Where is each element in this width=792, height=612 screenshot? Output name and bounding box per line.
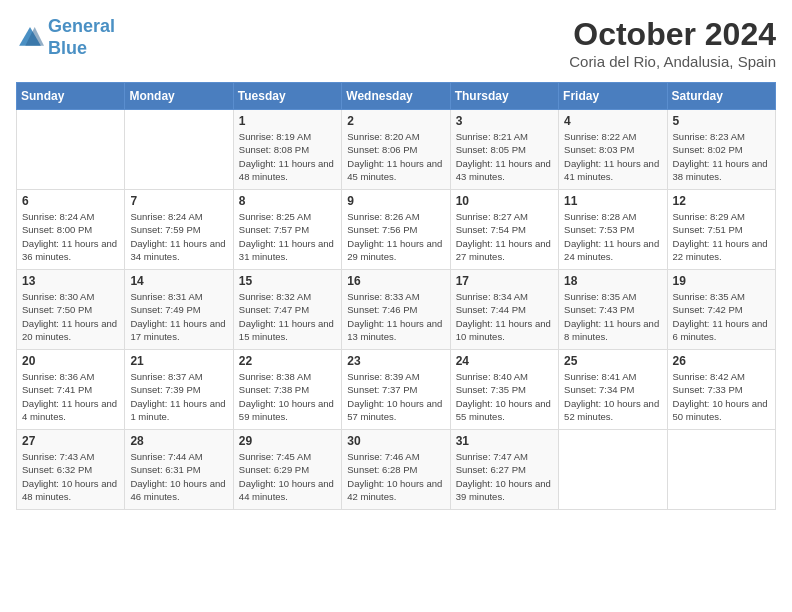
calendar-cell: 20Sunrise: 8:36 AM Sunset: 7:41 PM Dayli…	[17, 350, 125, 430]
day-number: 6	[22, 194, 119, 208]
day-number: 14	[130, 274, 227, 288]
logo-icon	[16, 24, 44, 52]
day-detail: Sunrise: 8:23 AM Sunset: 8:02 PM Dayligh…	[673, 130, 770, 183]
day-detail: Sunrise: 8:21 AM Sunset: 8:05 PM Dayligh…	[456, 130, 553, 183]
day-number: 27	[22, 434, 119, 448]
day-number: 18	[564, 274, 661, 288]
calendar-cell: 22Sunrise: 8:38 AM Sunset: 7:38 PM Dayli…	[233, 350, 341, 430]
title-block: October 2024 Coria del Rio, Andalusia, S…	[569, 16, 776, 70]
day-number: 4	[564, 114, 661, 128]
day-detail: Sunrise: 8:26 AM Sunset: 7:56 PM Dayligh…	[347, 210, 444, 263]
day-number: 26	[673, 354, 770, 368]
logo: General Blue	[16, 16, 115, 59]
calendar-cell: 1Sunrise: 8:19 AM Sunset: 8:08 PM Daylig…	[233, 110, 341, 190]
day-number: 9	[347, 194, 444, 208]
calendar-cell: 17Sunrise: 8:34 AM Sunset: 7:44 PM Dayli…	[450, 270, 558, 350]
calendar-cell: 9Sunrise: 8:26 AM Sunset: 7:56 PM Daylig…	[342, 190, 450, 270]
location-subtitle: Coria del Rio, Andalusia, Spain	[569, 53, 776, 70]
day-detail: Sunrise: 8:30 AM Sunset: 7:50 PM Dayligh…	[22, 290, 119, 343]
day-number: 7	[130, 194, 227, 208]
calendar-cell: 10Sunrise: 8:27 AM Sunset: 7:54 PM Dayli…	[450, 190, 558, 270]
day-number: 28	[130, 434, 227, 448]
calendar-cell	[559, 430, 667, 510]
day-detail: Sunrise: 8:22 AM Sunset: 8:03 PM Dayligh…	[564, 130, 661, 183]
day-number: 15	[239, 274, 336, 288]
day-number: 10	[456, 194, 553, 208]
calendar-cell: 23Sunrise: 8:39 AM Sunset: 7:37 PM Dayli…	[342, 350, 450, 430]
calendar-cell: 18Sunrise: 8:35 AM Sunset: 7:43 PM Dayli…	[559, 270, 667, 350]
day-detail: Sunrise: 8:35 AM Sunset: 7:43 PM Dayligh…	[564, 290, 661, 343]
day-number: 22	[239, 354, 336, 368]
header-wednesday: Wednesday	[342, 83, 450, 110]
calendar-cell: 29Sunrise: 7:45 AM Sunset: 6:29 PM Dayli…	[233, 430, 341, 510]
page-header: General Blue October 2024 Coria del Rio,…	[16, 16, 776, 70]
day-number: 23	[347, 354, 444, 368]
calendar-week-row: 6Sunrise: 8:24 AM Sunset: 8:00 PM Daylig…	[17, 190, 776, 270]
calendar-cell: 4Sunrise: 8:22 AM Sunset: 8:03 PM Daylig…	[559, 110, 667, 190]
calendar-cell: 8Sunrise: 8:25 AM Sunset: 7:57 PM Daylig…	[233, 190, 341, 270]
day-number: 13	[22, 274, 119, 288]
day-detail: Sunrise: 8:27 AM Sunset: 7:54 PM Dayligh…	[456, 210, 553, 263]
day-detail: Sunrise: 8:36 AM Sunset: 7:41 PM Dayligh…	[22, 370, 119, 423]
day-number: 24	[456, 354, 553, 368]
calendar-week-row: 1Sunrise: 8:19 AM Sunset: 8:08 PM Daylig…	[17, 110, 776, 190]
header-saturday: Saturday	[667, 83, 775, 110]
day-detail: Sunrise: 8:39 AM Sunset: 7:37 PM Dayligh…	[347, 370, 444, 423]
day-number: 19	[673, 274, 770, 288]
day-detail: Sunrise: 8:19 AM Sunset: 8:08 PM Dayligh…	[239, 130, 336, 183]
day-number: 17	[456, 274, 553, 288]
day-number: 12	[673, 194, 770, 208]
logo-line2: Blue	[48, 38, 115, 60]
day-number: 1	[239, 114, 336, 128]
calendar-cell: 11Sunrise: 8:28 AM Sunset: 7:53 PM Dayli…	[559, 190, 667, 270]
day-number: 2	[347, 114, 444, 128]
calendar-week-row: 20Sunrise: 8:36 AM Sunset: 7:41 PM Dayli…	[17, 350, 776, 430]
day-number: 20	[22, 354, 119, 368]
day-detail: Sunrise: 8:29 AM Sunset: 7:51 PM Dayligh…	[673, 210, 770, 263]
day-number: 5	[673, 114, 770, 128]
calendar-week-row: 27Sunrise: 7:43 AM Sunset: 6:32 PM Dayli…	[17, 430, 776, 510]
calendar-cell: 24Sunrise: 8:40 AM Sunset: 7:35 PM Dayli…	[450, 350, 558, 430]
day-number: 3	[456, 114, 553, 128]
calendar-cell: 14Sunrise: 8:31 AM Sunset: 7:49 PM Dayli…	[125, 270, 233, 350]
day-detail: Sunrise: 7:46 AM Sunset: 6:28 PM Dayligh…	[347, 450, 444, 503]
day-detail: Sunrise: 8:24 AM Sunset: 7:59 PM Dayligh…	[130, 210, 227, 263]
day-detail: Sunrise: 7:44 AM Sunset: 6:31 PM Dayligh…	[130, 450, 227, 503]
day-detail: Sunrise: 8:35 AM Sunset: 7:42 PM Dayligh…	[673, 290, 770, 343]
calendar-cell: 7Sunrise: 8:24 AM Sunset: 7:59 PM Daylig…	[125, 190, 233, 270]
day-detail: Sunrise: 8:42 AM Sunset: 7:33 PM Dayligh…	[673, 370, 770, 423]
header-friday: Friday	[559, 83, 667, 110]
day-number: 21	[130, 354, 227, 368]
header-monday: Monday	[125, 83, 233, 110]
day-detail: Sunrise: 8:32 AM Sunset: 7:47 PM Dayligh…	[239, 290, 336, 343]
day-detail: Sunrise: 8:33 AM Sunset: 7:46 PM Dayligh…	[347, 290, 444, 343]
day-detail: Sunrise: 7:43 AM Sunset: 6:32 PM Dayligh…	[22, 450, 119, 503]
calendar-cell	[17, 110, 125, 190]
day-number: 29	[239, 434, 336, 448]
day-detail: Sunrise: 8:40 AM Sunset: 7:35 PM Dayligh…	[456, 370, 553, 423]
day-number: 16	[347, 274, 444, 288]
header-tuesday: Tuesday	[233, 83, 341, 110]
day-detail: Sunrise: 8:34 AM Sunset: 7:44 PM Dayligh…	[456, 290, 553, 343]
calendar-cell: 26Sunrise: 8:42 AM Sunset: 7:33 PM Dayli…	[667, 350, 775, 430]
logo-text: General Blue	[48, 16, 115, 59]
calendar-cell	[125, 110, 233, 190]
day-number: 31	[456, 434, 553, 448]
day-number: 8	[239, 194, 336, 208]
day-detail: Sunrise: 8:24 AM Sunset: 8:00 PM Dayligh…	[22, 210, 119, 263]
day-detail: Sunrise: 8:41 AM Sunset: 7:34 PM Dayligh…	[564, 370, 661, 423]
calendar-cell: 3Sunrise: 8:21 AM Sunset: 8:05 PM Daylig…	[450, 110, 558, 190]
day-number: 25	[564, 354, 661, 368]
calendar-cell: 30Sunrise: 7:46 AM Sunset: 6:28 PM Dayli…	[342, 430, 450, 510]
calendar-cell: 15Sunrise: 8:32 AM Sunset: 7:47 PM Dayli…	[233, 270, 341, 350]
calendar-cell: 27Sunrise: 7:43 AM Sunset: 6:32 PM Dayli…	[17, 430, 125, 510]
calendar-cell: 21Sunrise: 8:37 AM Sunset: 7:39 PM Dayli…	[125, 350, 233, 430]
day-detail: Sunrise: 8:20 AM Sunset: 8:06 PM Dayligh…	[347, 130, 444, 183]
calendar-cell: 25Sunrise: 8:41 AM Sunset: 7:34 PM Dayli…	[559, 350, 667, 430]
logo-line1: General	[48, 16, 115, 36]
calendar-table: SundayMondayTuesdayWednesdayThursdayFrid…	[16, 82, 776, 510]
calendar-cell: 19Sunrise: 8:35 AM Sunset: 7:42 PM Dayli…	[667, 270, 775, 350]
calendar-cell: 12Sunrise: 8:29 AM Sunset: 7:51 PM Dayli…	[667, 190, 775, 270]
header-sunday: Sunday	[17, 83, 125, 110]
calendar-cell: 6Sunrise: 8:24 AM Sunset: 8:00 PM Daylig…	[17, 190, 125, 270]
